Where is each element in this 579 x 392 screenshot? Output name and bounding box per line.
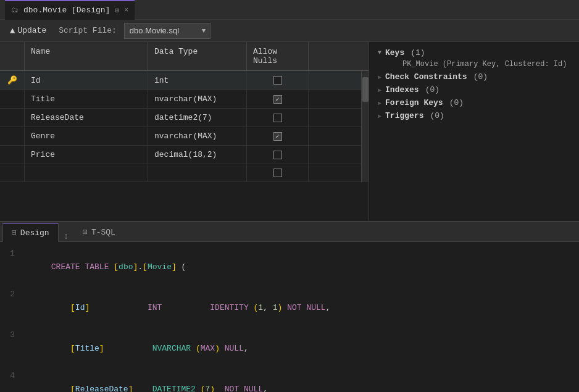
table-row-empty[interactable] (0, 164, 361, 182)
row-datatype-cell[interactable]: nvarchar(MAX) (148, 90, 247, 108)
keys-arrow-icon: ▼ (378, 49, 381, 56)
triggers-section-header[interactable]: ▶ Triggers (0) (378, 111, 570, 120)
indexes-section: ▶ Indexes (0) (378, 85, 570, 94)
sql-code: CREATE TABLE [dbo].[Movie] ( (22, 247, 186, 288)
allow-nulls-checkbox[interactable] (273, 114, 282, 122)
tab-design-bottom[interactable]: ⊟ Design (2, 223, 59, 242)
table-row[interactable]: Genre nvarchar(MAX) (0, 127, 361, 146)
row-name-cell-empty[interactable] (25, 164, 148, 181)
table-row[interactable]: 🔑 Id int (0, 71, 361, 90)
title-bar: 🗂 dbo.Movie [Design] ⊞ × (0, 0, 579, 20)
design-tab-icon: ⊟ (12, 228, 17, 238)
row-nulls-cell[interactable] (247, 127, 309, 145)
row-datatype-cell[interactable]: decimal(18,2) (148, 146, 247, 164)
row-name-cell[interactable]: Genre (25, 127, 148, 145)
properties-panel: ▼ Keys (1) PK_Movie (Primary Key, Cluste… (369, 42, 579, 221)
table-design: Name Data Type Allow Nulls 🔑 Id int (0, 42, 369, 221)
script-file-select[interactable]: dbo.Movie.sql (124, 23, 210, 39)
keys-count: (1) (410, 48, 425, 57)
close-icon[interactable]: × (124, 6, 128, 15)
row-nulls-cell[interactable] (247, 109, 309, 127)
sort-icon[interactable]: ↕ (59, 231, 73, 241)
table-row[interactable]: Title nvarchar(MAX) (0, 90, 361, 109)
line-number: 3 (0, 328, 22, 342)
allow-nulls-checkbox-empty[interactable] (273, 169, 282, 177)
row-key-cell (0, 146, 25, 164)
main-area: Name Data Type Allow Nulls 🔑 Id int (0, 42, 579, 221)
allow-nulls-checkbox[interactable] (273, 132, 282, 141)
sql-editor[interactable]: 1 CREATE TABLE [dbo].[Movie] ( 2 [Id] IN… (0, 242, 579, 392)
foreign-section: ▶ Foreign Keys (0) (378, 98, 570, 107)
script-file-wrapper: dbo.Movie.sql ▼ (124, 23, 206, 39)
sql-line-3: 3 [Title] NVARCHAR (MAX) NULL, (0, 328, 579, 369)
sql-code: [Title] NVARCHAR (MAX) NULL, (22, 328, 249, 369)
triggers-arrow-icon: ▶ (378, 112, 381, 120)
sql-code: [ReleaseDate] DATETIME2 (7) NOT NULL, (22, 369, 268, 392)
vertical-scrollbar[interactable] (361, 71, 369, 182)
line-number: 2 (0, 288, 22, 301)
foreign-count: (0) (449, 98, 464, 107)
row-nulls-cell[interactable] (247, 146, 309, 164)
allow-nulls-checkbox[interactable] (273, 151, 282, 159)
table-row[interactable]: ReleaseDate datetime2(7) (0, 109, 361, 127)
tab-title: dbo.Movie [Design] (23, 6, 110, 15)
header-nulls: Allow Nulls (247, 42, 309, 70)
tsql-tab-icon: ⊡ (83, 227, 88, 237)
grid-header: Name Data Type Allow Nulls (0, 42, 369, 71)
row-nulls-cell-empty[interactable] (247, 164, 309, 181)
row-key-cell (0, 127, 25, 145)
check-section-header[interactable]: ▶ Check Constraints (0) (378, 72, 570, 81)
line-number: 1 (0, 247, 22, 261)
row-datatype-cell[interactable]: nvarchar(MAX) (148, 127, 247, 145)
pin-icon[interactable]: ⊞ (115, 6, 119, 14)
design-tab-label: Design (20, 228, 49, 238)
tab-icon: 🗂 (11, 6, 19, 15)
indexes-section-title: Indexes (385, 85, 419, 94)
update-button[interactable]: ▲ Update (5, 23, 51, 38)
script-label: Script File: (59, 26, 117, 35)
row-key-cell-empty (0, 164, 25, 181)
sql-line-1: 1 CREATE TABLE [dbo].[Movie] ( (0, 247, 579, 288)
row-key-cell (0, 109, 25, 127)
triggers-count: (0) (430, 111, 444, 120)
indexes-section-header[interactable]: ▶ Indexes (0) (378, 85, 570, 94)
check-section-title: Check Constraints (385, 72, 467, 81)
table-row[interactable]: Price decimal(18,2) (0, 146, 361, 164)
sql-code: [Id] INT IDENTITY (1, 1) NOT NULL, (22, 288, 330, 328)
allow-nulls-checkbox[interactable] (273, 95, 282, 104)
row-name-cell[interactable]: ReleaseDate (25, 109, 148, 127)
check-count: (0) (473, 72, 488, 81)
tab-design[interactable]: 🗂 dbo.Movie [Design] ⊞ × (5, 0, 135, 20)
row-key-cell: 🔑 (0, 71, 25, 90)
sql-line-2: 2 [Id] INT IDENTITY (1, 1) NOT NULL, (0, 288, 579, 328)
indexes-count: (0) (425, 85, 439, 94)
triggers-section-title: Triggers (385, 111, 423, 120)
tab-tsql[interactable]: ⊡ T-SQL (73, 223, 125, 241)
tsql-tab-label: T-SQL (91, 228, 115, 237)
row-name-cell[interactable]: Id (25, 71, 148, 90)
row-datatype-cell-empty[interactable] (148, 164, 247, 181)
keys-section-header[interactable]: ▼ Keys (1) (378, 48, 570, 57)
row-nulls-cell[interactable] (247, 90, 309, 108)
keys-section-title: Keys (385, 48, 404, 57)
row-nulls-cell[interactable] (247, 71, 309, 90)
indexes-arrow-icon: ▶ (378, 86, 381, 94)
header-datatype: Data Type (148, 42, 247, 70)
update-arrow-icon: ▲ (10, 26, 15, 36)
line-number: 4 (0, 369, 22, 383)
check-arrow-icon: ▶ (378, 73, 381, 81)
header-key (0, 42, 25, 70)
triggers-section: ▶ Triggers (0) (378, 111, 570, 120)
key-icon: 🔑 (7, 75, 17, 85)
row-datatype-cell[interactable]: datetime2(7) (148, 109, 247, 127)
grid-body: 🔑 Id int Title nvarchar(MAX) (0, 71, 369, 182)
row-datatype-cell[interactable]: int (148, 71, 247, 90)
foreign-section-title: Foreign Keys (385, 98, 443, 107)
row-name-cell[interactable]: Title (25, 90, 148, 108)
pk-entry: PK_Movie (Primary Key, Clustered: Id) (378, 60, 570, 69)
allow-nulls-checkbox[interactable] (273, 76, 282, 85)
scrollbar-thumb[interactable] (362, 77, 369, 102)
sql-line-4: 4 [ReleaseDate] DATETIME2 (7) NOT NULL, (0, 369, 579, 392)
foreign-section-header[interactable]: ▶ Foreign Keys (0) (378, 98, 570, 107)
row-name-cell[interactable]: Price (25, 146, 148, 164)
